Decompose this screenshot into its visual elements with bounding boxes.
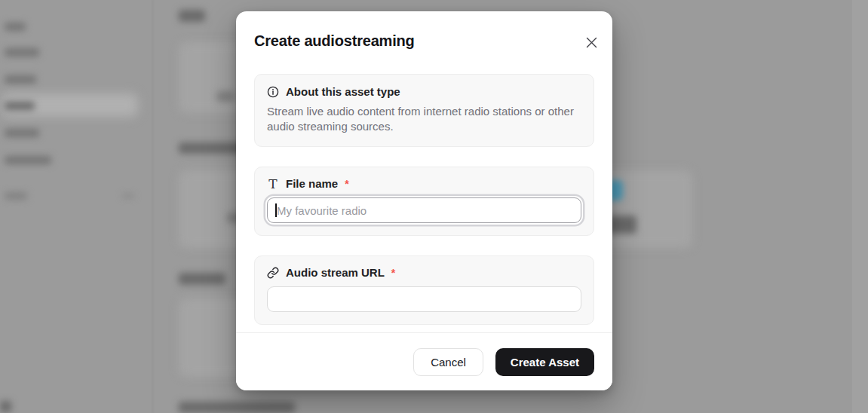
blurred-sidebar-item — [5, 102, 35, 110]
text-caret — [275, 203, 277, 217]
file-name-field-group: T File name * — [254, 167, 594, 236]
blurred-sidebar-item — [5, 75, 36, 84]
about-asset-type-panel: About this asset type Stream live audio … — [254, 74, 594, 147]
file-name-input[interactable] — [267, 197, 581, 223]
blurred-sidebar-item — [5, 156, 51, 164]
blurred-sidebar-section-label — [5, 192, 27, 200]
create-audiostreaming-dialog: Create audiostreaming About this asset t… — [236, 11, 612, 390]
cancel-button[interactable]: Cancel — [413, 348, 483, 376]
create-asset-button[interactable]: Create Asset — [495, 348, 594, 376]
dialog-title: Create audiostreaming — [254, 32, 594, 50]
sidebar-divider — [152, 0, 153, 413]
info-panel-description: Stream live audio content from internet … — [267, 104, 575, 134]
blurred-sidebar-item — [5, 23, 26, 31]
blurred-page-heading — [179, 10, 205, 22]
blurred-sidebar-item — [5, 129, 39, 137]
blurred-sidebar-item — [5, 48, 39, 57]
scrollbar-track[interactable] — [852, 0, 868, 413]
link-icon — [267, 267, 279, 279]
blurred-avatar — [0, 401, 11, 412]
required-marker: * — [391, 267, 395, 279]
blurred-card-text — [216, 91, 235, 102]
dialog-footer: Cancel Create Asset — [236, 332, 612, 390]
text-type-icon: T — [267, 178, 279, 190]
required-marker: * — [345, 178, 348, 190]
blurred-section-heading — [179, 402, 295, 413]
blurred-collapse-icon — [122, 194, 134, 197]
info-panel-title: About this asset type — [286, 86, 400, 98]
audio-stream-url-field-group: Audio stream URL * — [254, 255, 594, 325]
blurred-section-heading — [179, 273, 225, 285]
audio-stream-url-label: Audio stream URL — [286, 267, 385, 279]
info-circle-icon — [267, 86, 279, 98]
file-name-label: File name — [286, 178, 338, 190]
audio-stream-url-input[interactable] — [267, 286, 581, 312]
